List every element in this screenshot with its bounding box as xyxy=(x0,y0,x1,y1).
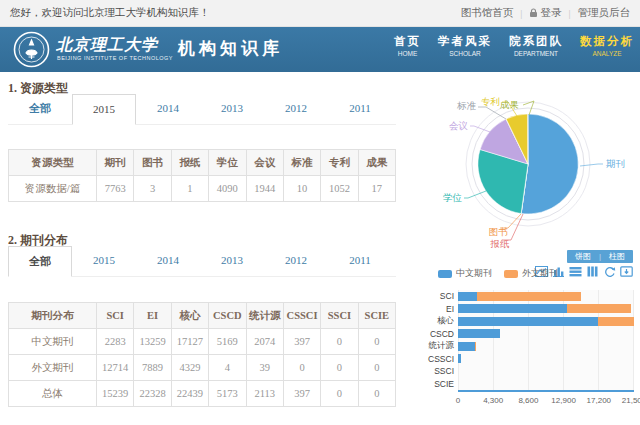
section1-tab-all[interactable]: 全部 xyxy=(8,94,72,124)
pie-slice-1[interactable] xyxy=(521,114,578,214)
tiled-bars-icon[interactable] xyxy=(586,266,599,277)
section2-tab-2012[interactable]: 2012 xyxy=(264,246,328,276)
section2-tab-2013[interactable]: 2013 xyxy=(200,246,264,276)
journal-distribution-bar-chart: SCIEI核心CSCD统计源CSSCISSCISCIE04,3008,60012… xyxy=(402,290,634,390)
bar-track xyxy=(458,292,634,301)
bar-view-button[interactable]: 柱图 xyxy=(609,251,625,262)
bar-track xyxy=(458,367,634,376)
section1-year-tabs: 全部20152014201320122011 xyxy=(8,94,396,125)
table-cell: 2113 xyxy=(246,381,283,407)
table-cell: 7889 xyxy=(134,355,171,381)
table-cell: 2074 xyxy=(246,329,283,355)
column-header: 期刊 xyxy=(97,150,134,176)
table-row: 总体1523922328224395173211339700 xyxy=(9,381,396,407)
legend-item-中文期刊[interactable]: 中文期刊 xyxy=(438,267,492,280)
table-row: 中文期刊228313259171275169207439700 xyxy=(9,329,396,355)
row-label: 中文期刊 xyxy=(9,329,97,355)
table-cell: 2283 xyxy=(97,329,134,355)
bar-segment-中文期刊 xyxy=(458,304,567,313)
link-separator: | xyxy=(568,8,570,19)
nav-label-cn: 数据分析 xyxy=(580,34,634,49)
bar-segment-外文期刊 xyxy=(598,317,633,326)
column-header: 图书 xyxy=(134,150,171,176)
table-row: 外文期刊1271478894329439000 xyxy=(9,355,396,381)
column-header: 资源类型 xyxy=(9,150,97,176)
pie-label-7: 专利 xyxy=(481,96,500,107)
pie-label-5: 会议 xyxy=(449,120,468,131)
table-cell: 5169 xyxy=(209,329,246,355)
table-cell: 10 xyxy=(283,176,320,202)
stacked-bars-icon[interactable] xyxy=(569,266,582,277)
row-label: 总体 xyxy=(9,381,97,407)
row-label: 资源数据/篇 xyxy=(9,176,97,202)
bar-category-label: 核心 xyxy=(402,315,458,327)
refresh-icon[interactable] xyxy=(603,266,616,277)
table-cell: 0 xyxy=(321,329,358,355)
section2-tab-2011[interactable]: 2011 xyxy=(328,246,392,276)
pie-label-1: 期刊 xyxy=(606,158,625,169)
table-cell: 1944 xyxy=(246,176,283,202)
bar-row-SCI: SCI xyxy=(402,290,634,303)
login-link[interactable]: 登录 xyxy=(529,6,561,20)
x-axis-tick: 21,500 xyxy=(622,396,640,405)
column-header: EI xyxy=(134,303,171,329)
university-logo xyxy=(13,31,50,68)
library-home-link[interactable]: 图书馆首页 xyxy=(461,6,514,20)
section1-tab-2014[interactable]: 2014 xyxy=(136,94,200,124)
bar-track xyxy=(458,342,634,351)
table-cell: 22328 xyxy=(134,381,171,407)
bar-category-label: CSCD xyxy=(402,329,458,339)
section2-tab-2015[interactable]: 2015 xyxy=(72,246,136,276)
bar-segment-中文期刊 xyxy=(458,354,461,363)
bar-segment-中文期刊 xyxy=(458,342,475,351)
pie-label-3: 报纸 xyxy=(490,238,511,249)
section1-tab-2015[interactable]: 2015 xyxy=(72,94,136,125)
table-cell: 397 xyxy=(283,329,320,355)
table-cell: 0 xyxy=(321,355,358,381)
lock-icon xyxy=(529,8,538,18)
table-cell: 17127 xyxy=(171,329,208,355)
x-axis-tick: 17,200 xyxy=(587,396,611,405)
page: 您好，欢迎访问北京理工大学机构知识库！ 图书馆首页 | 登录 | 管理员后台 北… xyxy=(0,0,640,425)
column-header: 标准 xyxy=(283,150,320,176)
column-header: SCI xyxy=(97,303,134,329)
table-cell: 17 xyxy=(358,176,395,202)
nav-item-analyze[interactable]: 数据分析ANALYZE xyxy=(580,34,634,57)
pie-leader-line xyxy=(580,164,603,166)
bar-row-CSCD: CSCD xyxy=(402,328,634,341)
right-column: 期刊学位会议标准专利成果图书报纸 饼图|柱图 中文期刊外文期刊 SCIEI核心C… xyxy=(396,72,640,425)
pie-label-4: 学位 xyxy=(443,192,463,203)
legend-item-外文期刊[interactable]: 外文期刊 xyxy=(504,267,558,280)
table-cell: 1 xyxy=(171,176,208,202)
column-header: 期刊分布 xyxy=(9,303,97,329)
table-cell: 0 xyxy=(321,381,358,407)
table-cell: 22439 xyxy=(171,381,208,407)
bar-row-EI: EI xyxy=(402,303,634,316)
pie-view-button[interactable]: 饼图 xyxy=(575,251,591,262)
bar-track xyxy=(458,304,634,313)
legend-label: 中文期刊 xyxy=(456,267,492,280)
section1-tab-2011[interactable]: 2011 xyxy=(328,94,392,124)
x-axis-tick: 4,300 xyxy=(483,396,503,405)
table-cell: 7763 xyxy=(97,176,134,202)
chart-type-toggle: 饼图|柱图 xyxy=(567,250,633,263)
section2-tab-2014[interactable]: 2014 xyxy=(136,246,200,276)
bar-track xyxy=(458,379,634,388)
section2-year-tabs: 全部20152014201320122011 xyxy=(8,246,396,277)
row-label: 外文期刊 xyxy=(9,355,97,381)
nav-item-home[interactable]: 首页HOME xyxy=(394,34,421,57)
resource-type-pie-chart: 期刊学位会议标准专利成果图书报纸 xyxy=(396,78,640,250)
save-icon[interactable] xyxy=(620,266,633,277)
university-name-cn: 北京理工大学 xyxy=(56,35,158,56)
section1-tab-2013[interactable]: 2013 xyxy=(200,94,264,124)
bar-category-label: 统计源 xyxy=(402,340,458,352)
journal-header-row: 期刊分布SCIEI核心CSCD统计源CSSCISSCISCIE xyxy=(9,303,396,329)
table-cell: 4 xyxy=(209,355,246,381)
nav-item-department[interactable]: 院系团队DEPARTMENT xyxy=(509,34,563,57)
nav-label-en: HOME xyxy=(394,50,421,57)
nav-item-scholar[interactable]: 学者风采SCHOLAR xyxy=(438,34,492,57)
section2-tab-all[interactable]: 全部 xyxy=(8,246,72,277)
admin-backend-link[interactable]: 管理员后台 xyxy=(578,6,631,20)
section1-tab-2012[interactable]: 2012 xyxy=(264,94,328,124)
bar-category-label: SCI xyxy=(402,291,458,301)
